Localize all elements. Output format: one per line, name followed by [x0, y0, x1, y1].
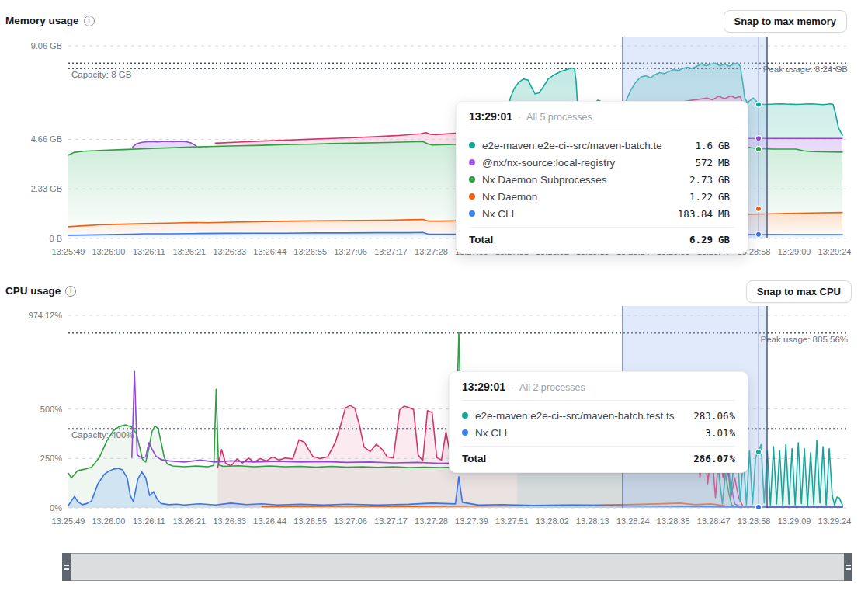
hover-point-dot [755, 206, 761, 211]
x-axis-tick-label: 13:27:17 [374, 516, 408, 526]
process-color-dot [469, 193, 475, 200]
dot-separator: · [511, 382, 514, 393]
tooltip-row: Nx Daemon Subprocesses 2.73GB [469, 171, 735, 188]
tooltip-time: 13:29:01 [469, 110, 512, 123]
process-color-dot [469, 142, 475, 148]
x-axis-tick-label: 13:25:49 [52, 247, 85, 256]
range-right-handle[interactable] [844, 553, 852, 581]
profiler-page: 9.06 GB4.66 GB2.33 GB0 BCapacity: 8 GBPe… [0, 0, 868, 591]
tooltip-row: e2e-maven:e2e-ci--src/maven-batch.test.t… [469, 137, 735, 154]
x-axis-tick-label: 13:26:21 [172, 516, 206, 526]
x-axis-tick-label: 13:26:33 [213, 516, 246, 526]
y-axis-tick-label: 250% [40, 454, 62, 463]
process-name: e2e-maven:e2e-ci--src/maven-batch.test.t… [475, 410, 678, 422]
y-axis-tick-label: 2.33 GB [31, 184, 62, 193]
x-axis-tick-label: 13:29:09 [778, 247, 811, 256]
x-axis-tick-label: 13:26:55 [293, 247, 327, 256]
cpu-info-icon[interactable]: i [65, 286, 76, 297]
memory-tooltip-rows: e2e-maven:e2e-ci--src/maven-batch.test.t… [469, 130, 735, 227]
tooltip-row: Nx Daemon 1.22GB [469, 188, 735, 205]
tooltip-subtitle: All 5 processes [526, 112, 592, 123]
process-name: e2e-maven:e2e-ci--src/maven-batch.test.t… [482, 140, 662, 151]
memory-usage-title: Memory usage [5, 15, 79, 26]
process-value: 183.84 [669, 208, 713, 220]
process-unit: MB [718, 208, 735, 220]
hover-point-dot [755, 449, 761, 454]
x-axis-tick-label: 13:26:44 [253, 247, 286, 256]
threshold-label: Capacity: 8 GB [71, 70, 132, 79]
memory-info-icon[interactable]: i [84, 16, 95, 26]
x-axis-tick-label: 13:27:06 [334, 247, 367, 256]
x-axis-tick-label: 13:28:35 [657, 516, 690, 526]
process-value: 2.73 [669, 174, 713, 186]
grip-icon [64, 565, 69, 570]
process-name: Nx CLI [482, 208, 662, 220]
tooltip-row: e2e-maven:e2e-ci--src/maven-batch.test.t… [462, 407, 735, 424]
x-axis-tick-label: 13:27:17 [374, 247, 408, 256]
x-axis-tick-label: 13:28:13 [576, 516, 609, 526]
x-axis-tick-label: 13:27:28 [415, 516, 448, 526]
process-value: 1.6 [669, 140, 713, 151]
charts-canvas[interactable]: 9.06 GB4.66 GB2.33 GB0 BCapacity: 8 GBPe… [0, 0, 868, 591]
x-axis-tick-label: 13:27:39 [455, 516, 488, 526]
tooltip-row: @nx/nx-source:local-registry 572MB [469, 154, 735, 171]
memory-tooltip: 13:29:01 · All 5 processes e2e-maven:e2e… [456, 101, 748, 254]
timeline-range-scrollbar[interactable] [62, 553, 852, 581]
process-color-dot [469, 159, 475, 165]
x-axis-tick-label: 13:28:02 [536, 516, 569, 526]
y-axis-tick-label: 9.06 GB [31, 41, 62, 50]
hover-point-dot [755, 146, 761, 151]
x-axis-tick-label: 13:28:24 [616, 516, 650, 526]
cpu-tooltip-header: 13:29:01 · All 2 processes [462, 372, 735, 401]
x-axis-tick-label: 13:26:00 [92, 247, 125, 256]
process-unit: MB [718, 157, 735, 169]
threshold-label: Peak usage: 8.24 GB [763, 64, 849, 74]
process-name: Nx Daemon Subprocesses [482, 174, 662, 186]
process-name: @nx/nx-source:local-registry [482, 157, 662, 169]
x-axis-tick-label: 13:25:49 [52, 516, 85, 526]
process-name: Nx Daemon [482, 191, 662, 203]
hover-point-dot [755, 136, 761, 141]
process-color-dot [462, 429, 468, 436]
threshold-label: Peak usage: 885.56% [760, 335, 848, 344]
x-axis-tick-label: 13:28:58 [738, 516, 771, 526]
cpu-tooltip-rows: e2e-maven:e2e-ci--src/maven-batch.test.t… [462, 401, 735, 446]
process-name: Nx CLI [475, 427, 678, 439]
cpu-usage-title: CPU usage [5, 285, 61, 297]
x-axis-tick-label: 13:26:11 [133, 247, 165, 256]
x-axis-tick-label: 13:29:24 [818, 516, 852, 526]
x-axis-tick-label: 13:26:44 [253, 516, 286, 526]
process-unit: GB [718, 140, 735, 151]
tooltip-row: Nx CLI 183.84MB [469, 205, 735, 222]
tooltip-time: 13:29:01 [462, 381, 505, 393]
hover-point-dot [755, 504, 761, 509]
process-unit: % [729, 410, 735, 422]
snap-to-max-cpu-button[interactable]: Snap to max CPU [746, 280, 852, 303]
tooltip-subtitle: All 2 processes [519, 382, 585, 393]
threshold-label: Capacity: 400% [71, 430, 134, 440]
cpu-section-header: CPU usage i [5, 285, 76, 297]
x-axis-tick-label: 13:27:06 [334, 516, 367, 526]
y-axis-tick-label: 0 B [49, 234, 62, 243]
total-value: 6.29 [669, 234, 713, 245]
y-axis-tick-label: 500% [40, 405, 62, 414]
x-axis-tick-label: 13:26:33 [213, 247, 246, 256]
process-unit: GB [718, 191, 735, 203]
total-label: Total [462, 453, 678, 464]
y-axis-tick-label: 974.12% [29, 311, 63, 320]
total-unit: GB [718, 234, 735, 245]
total-label: Total [469, 234, 662, 245]
memory-section-header: Memory usage i [5, 15, 95, 26]
x-axis-tick-label: 13:29:09 [778, 516, 811, 526]
range-left-handle[interactable] [62, 553, 71, 581]
snap-to-max-memory-button[interactable]: Snap to max memory [724, 10, 848, 33]
grip-icon [846, 565, 851, 570]
x-axis-tick-label: 13:27:51 [495, 516, 529, 526]
x-axis-tick-label: 13:26:21 [172, 247, 206, 256]
tooltip-row: Nx CLI 3.01% [462, 424, 735, 441]
process-value: 1.22 [669, 191, 713, 203]
tooltip-total-row: Total 6.29GB [469, 227, 735, 253]
total-unit: % [729, 453, 735, 464]
dot-separator: · [518, 112, 521, 123]
process-color-dot [469, 210, 475, 217]
